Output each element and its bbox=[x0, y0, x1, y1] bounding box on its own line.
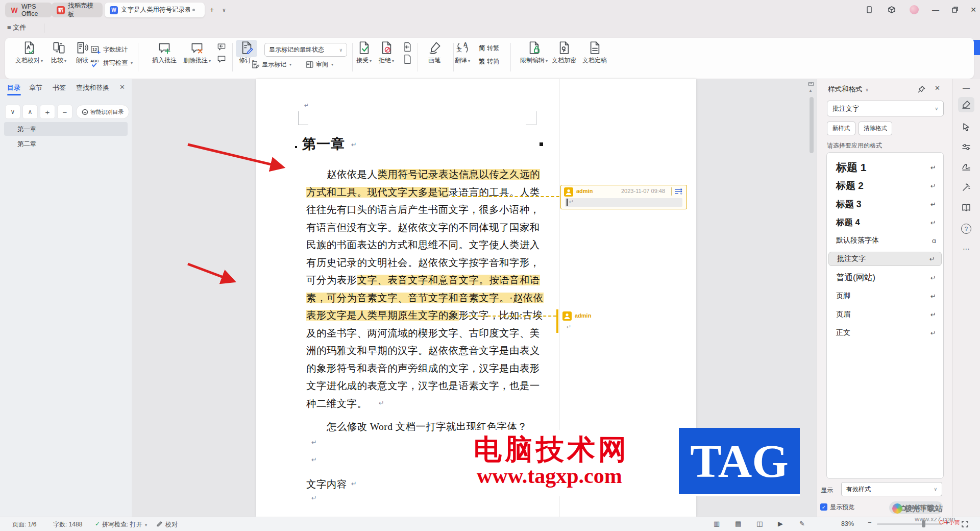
pin-icon[interactable] bbox=[918, 85, 925, 95]
style-item-footer[interactable]: 页脚↵ bbox=[828, 289, 942, 303]
show-style-dropdown[interactable]: 有效样式 ∨ bbox=[841, 482, 942, 496]
sidebar-close-icon[interactable]: ✕ bbox=[119, 83, 125, 91]
help-icon[interactable]: ? bbox=[958, 224, 974, 234]
new-style-button[interactable]: 新样式 bbox=[827, 122, 855, 135]
comment-collapsed[interactable]: admin ↵ bbox=[561, 310, 664, 334]
doc-text-line[interactable]: 往往先有口头的语言后产生书面文字，很多小语种， bbox=[306, 202, 540, 217]
style-item-header[interactable]: 页眉↵ bbox=[828, 307, 942, 322]
toc-item-chapter2[interactable]: 第二章 bbox=[17, 140, 37, 149]
mobile-view-icon[interactable] bbox=[864, 4, 875, 15]
comment-menu-icon[interactable] bbox=[674, 188, 682, 197]
tab-template[interactable]: 稻 找稻壳模板 bbox=[52, 3, 103, 17]
book-search-icon[interactable] bbox=[958, 203, 974, 212]
tab-list-chevron[interactable]: ∨ bbox=[218, 4, 230, 15]
doc-text-line[interactable]: 素，可分为音素文字、音节文字和音素文字。·赵依依 bbox=[306, 291, 544, 305]
next-comment-button[interactable] bbox=[216, 54, 227, 66]
maximize-button[interactable] bbox=[949, 4, 961, 15]
style-item-default-font[interactable]: 默认段落字体ɑ bbox=[828, 233, 942, 248]
show-markup-button[interactable]: 显示标记▾ bbox=[251, 60, 291, 69]
sidebar-tab-bookmark[interactable]: 书签 bbox=[53, 83, 66, 92]
preview-checkbox[interactable]: ✓ bbox=[820, 503, 827, 511]
doc-text-line[interactable]: 民族的书面表达的方式和思维不同。文字使人类进入 bbox=[306, 237, 540, 252]
more-options-icon[interactable]: ⋯ bbox=[958, 245, 974, 253]
to-simplified-button[interactable]: 繁转简 bbox=[479, 57, 499, 66]
toc-expand-button[interactable]: ∨ bbox=[5, 105, 20, 119]
adjust-sliders-icon[interactable] bbox=[958, 142, 974, 152]
avatar[interactable] bbox=[909, 4, 920, 15]
styles-panel-title[interactable]: 样式和格式 ∨ bbox=[828, 85, 869, 94]
markup-state-dropdown[interactable]: 显示标记的最终状态 ∨ bbox=[264, 43, 347, 57]
doc-text-line[interactable]: 有语言但没有文字。赵依依文字的不同体现了国家和 bbox=[306, 220, 540, 235]
edit-tool-icon[interactable] bbox=[958, 100, 974, 109]
ink-brush-button[interactable]: 画笔 bbox=[418, 41, 451, 65]
style-item-h2[interactable]: 标题 2↵ bbox=[828, 179, 942, 193]
doc-text-line[interactable]: 种二维文字。 bbox=[306, 396, 367, 411]
doc-text-line[interactable]: 文字进化成的表意文字，汉字也是语素文字，也是一 bbox=[306, 378, 540, 393]
signature-icon[interactable] bbox=[958, 162, 974, 171]
page-view-icon[interactable]: ▤ bbox=[735, 520, 741, 527]
sidebar-tab-chapter[interactable]: 章节 bbox=[29, 83, 42, 92]
doc-text-line[interactable]: 可分为表形文字、表音文字和意音文字。按语音和语 bbox=[306, 273, 540, 287]
review-pane-button[interactable]: 审阅▾ bbox=[305, 60, 333, 69]
tab-document[interactable]: W 文字是人类用符号记录表达信息以 bbox=[105, 3, 205, 17]
style-item-comment-text-selected[interactable]: 批注文字↵ bbox=[828, 252, 942, 266]
doc-text-line[interactable]: 有历史记录的文明社会。赵依依文字按字音和字形， bbox=[306, 255, 540, 270]
scroll-up-icon[interactable]: ▲ bbox=[808, 88, 813, 93]
insert-comment-button[interactable]: 插入批注 bbox=[146, 41, 182, 65]
smart-toc-button[interactable]: 智能识别目录 bbox=[76, 105, 129, 119]
scrollbar-thumb[interactable] bbox=[810, 97, 814, 153]
prev-comment-button[interactable] bbox=[216, 42, 227, 54]
doc-text-line[interactable]: 方式和工具。现代文字大多是记录语言的工具。人类 bbox=[306, 185, 540, 200]
status-proof[interactable]: 校对 bbox=[165, 520, 178, 529]
toc-collapse-button[interactable]: ∧ bbox=[22, 105, 38, 119]
doc-text-line[interactable]: 赵依依是人类用符号记录表达信息以传之久远的 bbox=[327, 167, 540, 182]
style-item-h3[interactable]: 标题 3↵ bbox=[828, 197, 942, 211]
style-select-dropdown[interactable]: 批注文字 ∨ bbox=[827, 101, 944, 116]
sidebar-tab-find-replace[interactable]: 查找和替换 bbox=[76, 83, 109, 92]
prev-change-button[interactable] bbox=[402, 42, 412, 54]
clear-format-button[interactable]: 清除格式 bbox=[859, 122, 892, 135]
delete-comment-button[interactable]: 删除批注▾ bbox=[179, 41, 215, 65]
word-count-button[interactable]: 12 字数统计 bbox=[90, 44, 128, 55]
doc-text-line[interactable]: 洲的玛雅文和早期的汉字。赵依依意音文字是由表义 bbox=[306, 343, 540, 358]
zoom-slider-track[interactable] bbox=[877, 523, 942, 525]
ink-view-icon[interactable]: ✎ bbox=[799, 520, 805, 527]
toc-zoom-out-button[interactable]: − bbox=[57, 105, 72, 119]
style-item-h4[interactable]: 标题 4↵ bbox=[828, 215, 942, 230]
style-item-body[interactable]: 正文↵ bbox=[828, 326, 942, 340]
comment-reply-field[interactable]: ↵ bbox=[565, 198, 682, 207]
status-spellcheck[interactable]: 拼写检查: 打开 ▾ bbox=[102, 520, 147, 529]
fit-page-icon[interactable] bbox=[962, 520, 968, 529]
web-view-icon[interactable]: ◫ bbox=[756, 520, 763, 527]
reject-button[interactable]: 拒绝▾ bbox=[371, 41, 402, 65]
new-tab-button[interactable]: + bbox=[206, 4, 217, 15]
status-words[interactable]: 字数: 1488 bbox=[53, 520, 82, 529]
doc-title[interactable]: 第一章 bbox=[302, 135, 345, 153]
file-menu[interactable]: ≡ 文件 bbox=[7, 23, 26, 32]
next-change-button[interactable] bbox=[402, 54, 412, 66]
tab-wps-home[interactable]: W WPS Office bbox=[5, 3, 52, 17]
spell-check-button[interactable]: ABC 拼写检查▾ bbox=[90, 57, 133, 68]
finalize-doc-button[interactable]: 文档定稿 bbox=[577, 41, 612, 65]
zoom-out-icon[interactable]: − bbox=[868, 519, 872, 526]
zoom-level[interactable]: 83% bbox=[841, 520, 854, 527]
toc-item-chapter1[interactable]: 第一章 bbox=[17, 125, 37, 134]
style-item-normal-web[interactable]: 普通(网站)↵ bbox=[828, 271, 942, 285]
doc-subheading[interactable]: 文字内容 bbox=[306, 477, 347, 492]
translate-button[interactable]: 文A 翻译▾ bbox=[447, 41, 478, 65]
select-tool-icon[interactable] bbox=[958, 123, 974, 132]
panel-collapse-icon[interactable]: — bbox=[958, 84, 974, 92]
sidebar-tab-toc[interactable]: 目录 bbox=[7, 83, 20, 92]
minimize-button[interactable]: — bbox=[930, 4, 941, 15]
panel-close-icon[interactable]: ✕ bbox=[935, 84, 940, 92]
play-view-icon[interactable]: ▶ bbox=[778, 520, 783, 527]
style-item-h1[interactable]: 标题 1↵ bbox=[828, 160, 942, 175]
eye-protect-view-icon[interactable]: ▥ bbox=[714, 520, 720, 527]
doc-text-line[interactable]: 及的圣书字、两河流域的楔形文字、古印度文字、美 bbox=[306, 326, 540, 341]
magic-wand-icon[interactable] bbox=[958, 183, 974, 192]
doc-text-line[interactable]: 的象形符号和表音的声旁组成的文字，汉字是由表形 bbox=[306, 361, 540, 376]
close-button[interactable]: ✕ bbox=[968, 4, 979, 15]
to-traditional-button[interactable]: 简转繁 bbox=[479, 44, 499, 53]
toc-zoom-in-button[interactable]: + bbox=[40, 105, 55, 119]
comment-card[interactable]: admin 2023-11-07 09:48 ↵ bbox=[560, 185, 687, 209]
